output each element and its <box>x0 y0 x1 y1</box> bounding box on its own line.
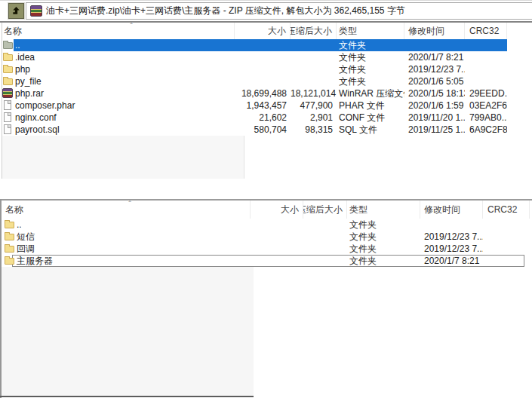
file-list-row[interactable]: .idea 文件夹 2020/1/7 8:21 <box>0 51 507 63</box>
cell-crc32: 03EA2F6B <box>465 100 507 112</box>
file-list-row[interactable]: nginx.conf 21,602 2,901 CONF 文件 2019/11/… <box>0 112 507 124</box>
cell-size <box>251 219 303 231</box>
cell-packed-size <box>291 63 337 75</box>
cell-file-name: 主服务器 <box>2 255 251 267</box>
cell-modified-time: 2020/1/6 5:05 <box>404 75 465 87</box>
bottom-pane-empty-area <box>2 267 254 396</box>
cell-file-name: .idea <box>0 51 235 63</box>
cell-size: 1,943,457 <box>235 100 291 112</box>
cell-packed-size <box>303 219 347 231</box>
folder-icon <box>5 222 14 228</box>
cell-size: 21,602 <box>235 112 291 124</box>
cell-packed-size: 2,901 <box>291 112 337 124</box>
cell-crc32 <box>465 75 507 87</box>
cell-type: 文件夹 <box>347 243 420 255</box>
file-list-row[interactable]: 主服务器 文件夹 2020/1/7 8:21 <box>2 255 530 267</box>
file-list-row[interactable]: php 文件夹 2019/12/23 7... <box>0 63 507 75</box>
column-header-crc32[interactable]: CRC32 <box>465 23 507 39</box>
folder-icon <box>3 54 13 61</box>
up-one-level-button[interactable] <box>8 3 24 19</box>
folder-icon <box>5 234 14 240</box>
column-header-size[interactable]: 大小 <box>235 23 291 39</box>
top-file-list: .. 文件夹 .idea 文件夹 2020/1/7 8:21 php 文件夹 2… <box>0 39 507 136</box>
cell-crc32: 799AB0... <box>465 112 507 124</box>
file-icon <box>4 100 11 110</box>
file-list-row[interactable]: .. 文件夹 <box>0 39 507 51</box>
cell-packed-size <box>291 39 337 51</box>
cell-file-name: .. <box>0 39 235 51</box>
cell-crc32 <box>483 243 530 255</box>
cell-file-name: php.rar <box>0 87 235 100</box>
top-pane-empty-area <box>2 136 244 179</box>
cell-crc32 <box>483 231 530 243</box>
column-header-type[interactable]: 类型 <box>347 201 420 219</box>
cell-size: 580,704 <box>235 124 291 136</box>
bottom-file-list: .. 文件夹 短信 文件夹 2019/12/23 7... 回调 文件夹 201… <box>2 219 530 267</box>
column-header-packed-size[interactable]: 压缩后大小 <box>291 23 337 39</box>
cell-type: PHAR 文件 <box>337 100 404 112</box>
cell-type: 文件夹 <box>337 51 404 63</box>
file-list-row[interactable]: php.rar 18,699,488 18,121,014 WinRAR 压缩文… <box>0 87 507 100</box>
cell-modified-time: 2019/11/25 1... <box>404 124 465 136</box>
bottom-pane-bottom-border <box>0 396 254 397</box>
cell-type: CONF 文件 <box>337 112 404 124</box>
cell-modified-time: 2020/1/6 1:59 <box>404 100 465 112</box>
cell-type: SQL 文件 <box>337 124 404 136</box>
cell-size <box>251 243 303 255</box>
cell-packed-size: 18,121,014 <box>291 87 337 100</box>
cell-file-name: .. <box>2 219 251 231</box>
cell-type: 文件夹 <box>347 255 420 267</box>
file-icon <box>4 124 11 134</box>
cell-type: 文件夹 <box>337 39 404 51</box>
folder-icon <box>5 246 14 253</box>
cell-file-name: 回调 <box>2 243 251 255</box>
column-header-name[interactable]: 名称 <box>0 23 235 39</box>
file-list-row[interactable]: 回调 文件夹 2019/12/23 7... <box>2 243 530 255</box>
column-header-size[interactable]: 大小 <box>251 201 303 219</box>
window-top-border <box>0 0 532 1</box>
column-header-modified[interactable]: 修改时间 <box>404 23 465 39</box>
cell-type: 文件夹 <box>347 231 420 243</box>
cell-packed-size <box>291 75 337 87</box>
file-icon <box>4 112 11 122</box>
file-list-row[interactable]: composer.phar 1,943,457 477,900 PHAR 文件 … <box>0 100 507 112</box>
cell-type: 文件夹 <box>337 63 404 75</box>
file-list-row[interactable]: py_file 文件夹 2020/1/6 5:05 <box>0 75 507 87</box>
cell-packed-size: 477,900 <box>291 100 337 112</box>
folder-icon <box>5 258 14 265</box>
winrar-icon <box>2 88 13 98</box>
column-header-modified[interactable]: 修改时间 <box>420 201 483 219</box>
cell-file-name: payroot.sql <box>0 124 235 136</box>
cell-type: WinRAR 压缩文件 <box>337 87 404 100</box>
cell-size <box>235 63 291 75</box>
cell-modified-time <box>404 39 465 51</box>
cell-file-name: nginx.conf <box>0 112 235 124</box>
folder-up-icon <box>11 6 21 16</box>
file-list-row[interactable]: payroot.sql 580,704 98,315 SQL 文件 2019/1… <box>0 124 507 136</box>
column-header-packed-size[interactable]: 压缩后大小 <box>303 201 347 219</box>
cell-packed-size <box>303 231 347 243</box>
file-list-row[interactable]: .. 文件夹 <box>2 219 530 231</box>
address-bar[interactable]: 油卡+三网话费.zip\油卡+三网话费\主服务器 - ZIP 压缩文件, 解包大… <box>26 2 532 20</box>
cell-modified-time: 2019/12/23 7... <box>420 243 483 255</box>
cell-modified-time: 2019/11/20 1... <box>404 112 465 124</box>
cell-modified-time: 2019/12/23 7... <box>420 231 483 243</box>
cell-packed-size <box>303 243 347 255</box>
cell-file-name: php <box>0 63 235 75</box>
sort-ascending-icon: ˆ <box>122 201 137 207</box>
file-list-row[interactable]: 短信 文件夹 2019/12/23 7... <box>2 231 530 243</box>
cell-crc32 <box>465 51 507 63</box>
cell-crc32: 6A9C2F85 <box>465 124 507 136</box>
cell-size <box>251 255 303 267</box>
cell-file-name: composer.phar <box>0 100 235 112</box>
column-header-type[interactable]: 类型 <box>337 23 404 39</box>
cell-size <box>235 75 291 87</box>
cell-crc32 <box>465 39 507 51</box>
cell-file-name: py_file <box>0 75 235 87</box>
cell-modified-time: 2020/1/5 18:13 <box>404 87 465 100</box>
cell-crc32 <box>465 63 507 75</box>
column-header-crc32[interactable]: CRC32 <box>483 201 530 219</box>
folder-gray-icon <box>3 42 13 49</box>
cell-type: 文件夹 <box>337 75 404 87</box>
cell-modified-time: 2019/12/23 7... <box>404 63 465 75</box>
